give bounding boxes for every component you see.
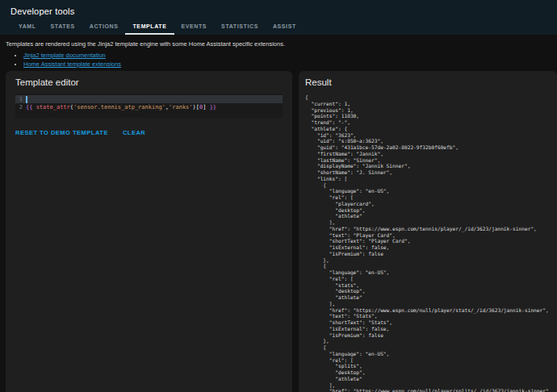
tab-yaml[interactable]: YAML (11, 19, 44, 35)
tab-events[interactable]: EVENTS (174, 19, 215, 35)
clear-button[interactable]: Clear (123, 127, 145, 138)
code-token: 'sensor.tennis_atp_ranking' (73, 104, 165, 111)
code-line-1: 1 (15, 95, 283, 103)
template-code-editor[interactable]: 12{{ state_attr('sensor.tennis_atp_ranki… (15, 94, 283, 118)
tab-statistics[interactable]: STATISTICS (214, 19, 266, 35)
doc-link-item: Home Assistant template extensions (23, 60, 557, 68)
tab-assist[interactable]: ASSIST (266, 19, 304, 35)
reset-to-demo-template-button[interactable]: Reset to demo template (15, 127, 108, 138)
code-token: }} (210, 104, 216, 111)
code-token: state_attr (36, 104, 70, 111)
tab-states[interactable]: STATES (44, 19, 82, 35)
developer-tools-page: Developer tools YAMLSTATESACTIONSTEMPLAT… (0, 0, 557, 392)
code-token: 'ranks' (169, 104, 193, 111)
text-cursor (26, 96, 27, 103)
doc-link[interactable]: Home Assistant template extensions (23, 60, 121, 68)
line-number: 1 (15, 95, 26, 103)
code-token: ] (203, 104, 209, 111)
editor-buttons-row: Reset to demo template Clear (15, 127, 283, 138)
code-token: {{ (26, 104, 36, 111)
tab-template[interactable]: TEMPLATE (125, 19, 174, 35)
code-line-content: {{ state_attr('sensor.tennis_atp_ranking… (26, 103, 216, 111)
tab-bar: YAMLSTATESACTIONSTEMPLATEEVENTSSTATISTIC… (0, 19, 557, 35)
page-title: Developer tools (0, 4, 557, 19)
doc-link-list: Jinja2 template documentationHome Assist… (23, 52, 557, 68)
editor-title: Template editor (15, 77, 283, 87)
code-line-2: 2{{ state_attr('sensor.tennis_atp_rankin… (15, 103, 283, 111)
code-line-content (26, 95, 27, 103)
template-description: Templates are rendered using the Jinja2 … (6, 40, 557, 48)
line-number: 2 (15, 103, 26, 111)
intro-section: Templates are rendered using the Jinja2 … (0, 35, 557, 68)
template-editor-card: Template editor 12{{ state_attr('sensor.… (6, 71, 292, 392)
code-token: )[ (193, 104, 199, 111)
tab-actions[interactable]: ACTIONS (82, 19, 126, 35)
result-card: Result { "current": 1, "previous": 1, "p… (299, 71, 557, 392)
doc-link[interactable]: Jinja2 template documentation (23, 52, 106, 59)
template-result-output: { "current": 1, "previous": 1, "points":… (305, 94, 551, 392)
result-title: Result (305, 77, 551, 87)
panels-row: Template editor 12{{ state_attr('sensor.… (0, 71, 557, 392)
app-header: Developer tools YAMLSTATESACTIONSTEMPLAT… (0, 0, 557, 35)
doc-link-item: Jinja2 template documentation (23, 52, 557, 59)
